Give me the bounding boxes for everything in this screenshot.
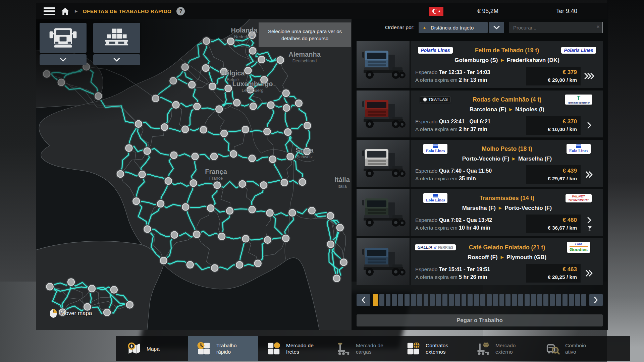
city-marker[interactable]	[126, 301, 133, 308]
previous-page-button[interactable]	[357, 294, 370, 306]
cargo-filter-button[interactable]	[93, 23, 140, 53]
city-marker[interactable]	[187, 261, 194, 268]
truck-filter-button[interactable]	[40, 23, 87, 53]
city-marker[interactable]	[182, 64, 189, 70]
city-marker[interactable]	[267, 209, 273, 216]
city-marker[interactable]	[47, 283, 53, 290]
city-marker[interactable]	[281, 179, 288, 186]
city-marker[interactable]	[249, 155, 256, 162]
city-marker[interactable]	[189, 81, 195, 88]
city-marker[interactable]	[249, 48, 256, 54]
next-page-button[interactable]	[589, 294, 603, 306]
job-card[interactable]: Eolo Lines Molho Pesto (18 t) Eolo Lines…	[357, 140, 603, 187]
city-marker[interactable]	[200, 126, 207, 133]
city-marker[interactable]	[211, 153, 217, 160]
page-segment[interactable]	[525, 294, 530, 306]
city-marker[interactable]	[243, 235, 249, 242]
city-marker[interactable]	[216, 106, 222, 112]
home-icon[interactable]	[61, 7, 70, 15]
city-marker[interactable]	[226, 207, 233, 214]
page-segment[interactable]	[531, 294, 536, 306]
help-icon[interactable]: ?	[176, 7, 185, 15]
city-marker[interactable]	[157, 200, 164, 207]
city-marker[interactable]	[327, 213, 334, 219]
page-segment[interactable]	[581, 294, 586, 306]
job-card[interactable]: Eolo Lines Transmissões (14 t) WILNETTRA…	[357, 189, 603, 236]
page-segment[interactable]	[411, 294, 416, 306]
city-marker[interactable]	[170, 152, 177, 159]
city-marker[interactable]	[43, 71, 50, 77]
city-marker[interactable]	[230, 150, 237, 157]
cargo-filter-expand-button[interactable]	[93, 54, 140, 65]
page-segment[interactable]	[518, 294, 523, 306]
city-marker[interactable]	[283, 90, 289, 97]
city-marker[interactable]	[203, 38, 210, 45]
page-segment[interactable]	[550, 294, 555, 306]
page-segment[interactable]	[569, 294, 574, 306]
nav-tab-freight-market[interactable]: Mercado de fretes	[258, 336, 328, 361]
page-segment[interactable]	[430, 294, 435, 306]
city-marker[interactable]	[89, 285, 95, 292]
city-marker[interactable]	[225, 85, 231, 92]
city-marker[interactable]	[260, 182, 267, 188]
city-marker[interactable]	[299, 179, 306, 185]
city-marker[interactable]	[242, 126, 249, 133]
city-marker[interactable]	[171, 232, 178, 238]
city-marker[interactable]	[218, 233, 225, 240]
city-marker[interactable]	[209, 83, 216, 90]
menu-icon[interactable]	[43, 6, 56, 17]
route-map[interactable]: HolandaNederlandAlemanhaDeutschlandBélgi…	[36, 19, 352, 330]
city-marker[interactable]	[236, 261, 243, 268]
city-marker[interactable]	[182, 204, 189, 210]
city-marker[interactable]	[245, 67, 251, 74]
city-marker[interactable]	[152, 95, 159, 102]
city-marker[interactable]	[284, 129, 291, 135]
city-marker[interactable]	[264, 128, 270, 135]
page-segment[interactable]	[575, 294, 580, 306]
page-segment[interactable]	[392, 294, 397, 306]
city-marker[interactable]	[269, 156, 276, 163]
city-marker[interactable]	[144, 226, 151, 233]
city-marker[interactable]	[233, 100, 240, 106]
page-segment[interactable]	[379, 294, 384, 306]
nav-tab-external-contracts[interactable]: Contratos externos	[397, 336, 467, 361]
city-marker[interactable]	[165, 178, 172, 184]
city-marker[interactable]	[133, 198, 140, 204]
truck-filter-expand-button[interactable]	[40, 54, 87, 65]
city-marker[interactable]	[193, 231, 200, 238]
city-marker[interactable]	[190, 180, 197, 186]
page-segment[interactable]	[537, 294, 542, 306]
city-marker[interactable]	[144, 148, 151, 155]
city-marker[interactable]	[249, 206, 256, 213]
page-segment[interactable]	[512, 294, 517, 306]
page-segment[interactable]	[543, 294, 548, 306]
city-marker[interactable]	[68, 279, 74, 285]
city-marker[interactable]	[296, 100, 302, 107]
take-job-button[interactable]: Pegar o Trabalho	[357, 314, 603, 326]
city-marker[interactable]	[264, 237, 271, 243]
page-segment[interactable]	[455, 294, 460, 306]
page-segment[interactable]	[480, 294, 485, 306]
city-marker[interactable]	[104, 309, 110, 316]
city-marker[interactable]	[58, 79, 65, 86]
page-segment[interactable]	[505, 294, 511, 306]
nav-tab-map[interactable]: Mapa	[118, 336, 188, 361]
city-marker[interactable]	[214, 182, 220, 188]
job-card[interactable]: TSATLAS Rodas de Caminhão (4 t) TTermina…	[357, 90, 603, 137]
city-marker[interactable]	[203, 65, 209, 71]
city-marker[interactable]	[139, 171, 146, 178]
page-segment[interactable]	[556, 294, 561, 306]
page-segment[interactable]	[442, 294, 447, 306]
city-marker[interactable]	[239, 181, 246, 187]
city-marker[interactable]	[283, 105, 290, 111]
search-clear-icon[interactable]: ×	[596, 23, 600, 30]
page-segment[interactable]	[405, 294, 410, 306]
city-marker[interactable]	[333, 275, 340, 282]
page-segment[interactable]	[499, 294, 504, 306]
city-marker[interactable]	[327, 241, 334, 248]
page-segment[interactable]	[468, 294, 473, 306]
city-marker[interactable]	[111, 287, 117, 293]
page-segment[interactable]	[493, 294, 498, 306]
city-marker[interactable]	[255, 260, 261, 267]
job-card[interactable]: Polaris Lines Feltro de Telhado (19 t) P…	[357, 41, 603, 88]
